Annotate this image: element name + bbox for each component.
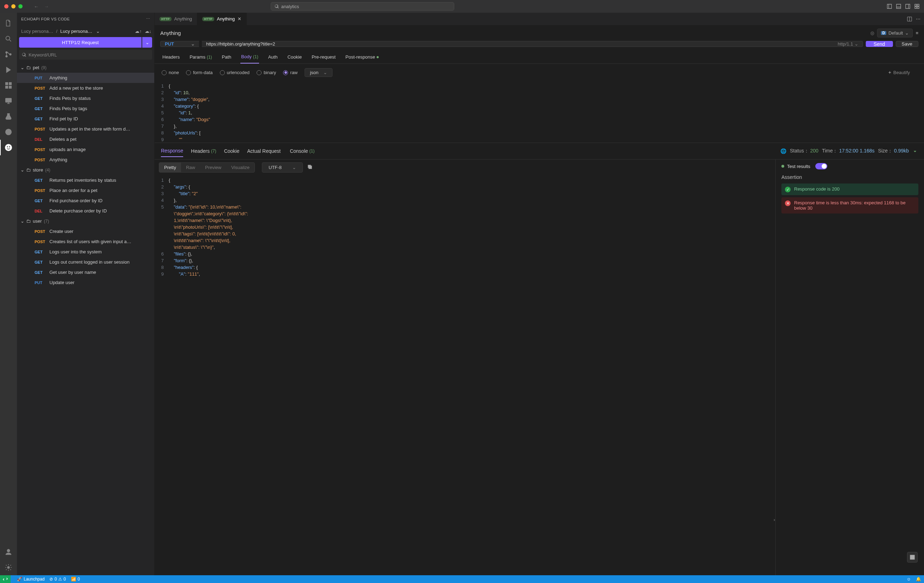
request-item[interactable]: GETFinds Pets by tags xyxy=(17,103,154,114)
split-editor-icon[interactable] xyxy=(907,16,912,22)
layout-customize-icon[interactable] xyxy=(914,3,920,9)
globe-icon[interactable]: 🌐 xyxy=(780,148,786,154)
nav-back-icon[interactable]: ← xyxy=(34,4,38,9)
remote-explorer-icon[interactable] xyxy=(0,93,17,109)
chevron-down-icon[interactable]: ⌄ xyxy=(96,28,100,34)
encoding-select[interactable]: UTF-8⌄ xyxy=(262,162,303,173)
request-item[interactable]: GETFinds Pets by status xyxy=(17,93,154,103)
breadcrumb-root[interactable]: Lucy persona… xyxy=(20,28,55,34)
feedback-icon[interactable]: ☺ xyxy=(907,576,911,581)
request-item[interactable]: POSTCreates list of users with given inp… xyxy=(17,236,154,247)
view-preview[interactable]: Preview xyxy=(200,163,226,172)
cloud-upload-icon[interactable]: ☁↑ xyxy=(135,28,142,34)
res-tab-actual[interactable]: Actual Request xyxy=(247,145,282,157)
request-item[interactable]: GETLogs user into the system xyxy=(17,247,154,257)
view-pretty[interactable]: Pretty xyxy=(159,163,181,172)
copy-icon[interactable] xyxy=(307,164,313,171)
request-item[interactable]: PUTAnything xyxy=(17,73,154,83)
timeline-icon[interactable] xyxy=(0,124,17,140)
res-tab-response[interactable]: Response xyxy=(161,145,183,157)
view-raw[interactable]: Raw xyxy=(181,163,200,172)
view-visualize[interactable]: Visualize xyxy=(226,163,254,172)
tab-headers[interactable]: Headers xyxy=(162,51,180,64)
remote-indicator[interactable] xyxy=(0,575,11,583)
layout-float-button[interactable] xyxy=(907,552,917,563)
explorer-icon[interactable] xyxy=(0,15,17,31)
send-button[interactable]: Send xyxy=(866,41,893,47)
response-body-viewer[interactable]: 1{2 "args": {3 "title": "2"4 },5 "data":… xyxy=(155,175,776,575)
request-item[interactable]: GETFind purchase order by ID xyxy=(17,195,154,206)
command-center-search[interactable]: analytics xyxy=(271,2,454,11)
launchpad-button[interactable]: 🚀 Launchpad xyxy=(17,576,45,581)
url-input[interactable]: https://httpbin.org/anything?title=2 htt… xyxy=(202,41,863,47)
request-item[interactable]: DELDeletes a pet xyxy=(17,134,154,144)
extensions-icon[interactable] xyxy=(0,78,17,93)
request-item[interactable]: GETFind pet by ID xyxy=(17,114,154,124)
settings-gear-icon[interactable] xyxy=(0,560,17,575)
request-item[interactable]: GETLogs out current logged in user sessi… xyxy=(17,257,154,267)
close-tab-icon[interactable]: ✕ xyxy=(238,16,241,21)
request-item[interactable]: POSTAdd a new pet to the store xyxy=(17,83,154,93)
account-icon[interactable] xyxy=(0,544,17,560)
new-request-button[interactable]: HTTP1/2 Request xyxy=(19,37,142,48)
res-tab-console[interactable]: Console(1) xyxy=(290,145,315,157)
tab-anything-2[interactable]: HTTP Anything ✕ xyxy=(197,13,247,25)
keyword-search[interactable]: Keyword/URL xyxy=(19,50,152,59)
tab-cookie[interactable]: Cookie xyxy=(287,51,302,64)
method-select[interactable]: PUT ⌄ xyxy=(160,41,199,47)
target-icon[interactable]: ◎ xyxy=(870,30,874,36)
nav-forward-icon[interactable]: → xyxy=(44,4,49,9)
tab-path[interactable]: Path xyxy=(221,51,232,64)
echoapi-icon[interactable] xyxy=(0,140,17,155)
tab-post-response[interactable]: Post-response xyxy=(345,51,380,64)
testing-icon[interactable] xyxy=(0,109,17,124)
cloud-download-icon[interactable]: ☁↓ xyxy=(145,28,152,34)
breadcrumb-current[interactable]: Lucy persona… xyxy=(59,28,94,34)
request-item[interactable]: POSTPlace an order for a pet xyxy=(17,185,154,195)
body-binary-radio[interactable]: binary xyxy=(257,70,276,75)
tab-auth[interactable]: Auth xyxy=(267,51,279,64)
raw-type-select[interactable]: json⌄ xyxy=(305,68,332,77)
folder-pet[interactable]: ⌄🗀pet(9) xyxy=(17,63,154,73)
chevron-right-icon[interactable]: › xyxy=(774,517,775,522)
source-control-icon[interactable] xyxy=(0,46,17,62)
more-icon[interactable]: ⋯ xyxy=(146,17,150,21)
folder-user[interactable]: ⌄🗀user(7) xyxy=(17,216,154,226)
close-window[interactable] xyxy=(4,4,8,8)
environment-select[interactable]: D Default ⌄ xyxy=(877,28,913,37)
request-item[interactable]: POSTUpdates a pet in the store with form… xyxy=(17,124,154,134)
res-tab-headers[interactable]: Headers(7) xyxy=(191,145,216,157)
more-icon[interactable]: ⋯ xyxy=(916,16,921,21)
body-none-radio[interactable]: none xyxy=(162,70,179,75)
request-item[interactable]: POSTCreate user xyxy=(17,226,154,236)
run-debug-icon[interactable] xyxy=(0,62,17,78)
new-request-dropdown[interactable]: ⌄ xyxy=(142,37,152,48)
menu-icon[interactable]: ≡ xyxy=(916,30,918,36)
beautify-button[interactable]: Beautify xyxy=(888,70,917,75)
request-name[interactable]: Anything xyxy=(160,30,181,36)
body-raw-radio[interactable]: raw xyxy=(283,70,297,75)
layout-panel-icon[interactable] xyxy=(896,3,901,9)
request-body-editor[interactable]: 1{2 "id": 10,3 "name": "doggie",4 "categ… xyxy=(155,81,924,143)
problems-indicator[interactable]: ⊘ 0 ⚠ 0 xyxy=(50,576,66,581)
tab-body[interactable]: Body(1) xyxy=(240,51,259,64)
tab-pre-request[interactable]: Pre-request xyxy=(311,51,337,64)
layout-sidebar-left-icon[interactable] xyxy=(887,3,892,9)
request-item[interactable]: GETReturns pet inventories by status xyxy=(17,175,154,185)
body-urlencoded-radio[interactable]: urlencoded xyxy=(220,70,249,75)
request-item[interactable]: POSTAnything xyxy=(17,155,154,165)
layout-sidebar-right-icon[interactable] xyxy=(905,3,911,9)
request-item[interactable]: GETGet user by user name xyxy=(17,267,154,277)
protocol-select[interactable]: http/1.1 ⌄ xyxy=(838,41,858,46)
request-item[interactable]: DELDelete purchase order by ID xyxy=(17,206,154,216)
notifications-icon[interactable]: 🔔 xyxy=(916,576,921,581)
test-toggle[interactable] xyxy=(815,163,827,169)
request-item[interactable]: POSTuploads an image xyxy=(17,144,154,155)
tab-params[interactable]: Params(1) xyxy=(189,51,213,64)
tab-anything-1[interactable]: HTTP Anything xyxy=(155,13,197,25)
ports-indicator[interactable]: 📶 0 xyxy=(71,576,80,581)
request-item[interactable]: PUTUpdate user xyxy=(17,277,154,287)
body-formdata-radio[interactable]: form-data xyxy=(186,70,213,75)
folder-store[interactable]: ⌄🗀store(4) xyxy=(17,165,154,175)
maximize-window[interactable] xyxy=(18,4,23,8)
